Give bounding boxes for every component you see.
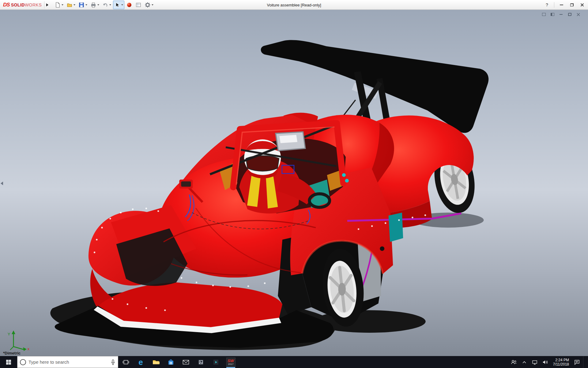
graphics-area[interactable]: Y x *Dimetric xyxy=(0,10,588,356)
file-explorer-icon xyxy=(152,359,160,366)
task-view-icon xyxy=(123,359,129,366)
featuremanager-collapse-arrow[interactable] xyxy=(0,179,4,187)
new-document-button[interactable] xyxy=(53,1,65,9)
dropdown-caret-icon xyxy=(62,4,63,6)
quick-toolbar xyxy=(53,1,155,9)
taskbar-search[interactable] xyxy=(17,356,118,368)
task-view-button[interactable] xyxy=(118,356,133,368)
triad-x-label: x xyxy=(28,347,30,351)
windshield xyxy=(276,132,305,151)
race-car-model[interactable] xyxy=(0,10,588,356)
open-button[interactable] xyxy=(65,1,77,9)
display-pane-toggle-button[interactable] xyxy=(549,12,556,17)
divider xyxy=(554,2,554,8)
start-button[interactable] xyxy=(0,356,17,368)
pane-icon xyxy=(542,13,546,16)
store-button[interactable] xyxy=(163,356,178,368)
tray-date: 7/11/2018 xyxy=(553,362,569,366)
minimize-icon xyxy=(560,5,563,5)
sheet-properties-button[interactable] xyxy=(134,1,143,9)
solidworks-app-icon: SW 2017 xyxy=(226,358,236,367)
menu-flyout-arrow[interactable] xyxy=(44,1,50,9)
titlebar: DS SOLIDWORKS xyxy=(0,0,588,10)
chevron-up-icon xyxy=(522,361,526,364)
dropdown-caret-icon xyxy=(97,4,99,6)
brand-name-bold: SOLID xyxy=(11,2,25,7)
select-tool-button[interactable] xyxy=(113,1,124,9)
desktop: DS SOLIDWORKS xyxy=(0,0,588,368)
help-button[interactable]: ? xyxy=(542,1,552,9)
dropdown-caret-icon xyxy=(152,4,153,6)
dropdown-caret-icon xyxy=(109,4,111,6)
dropdown-caret-icon xyxy=(121,4,123,6)
ds-logo-icon: DS xyxy=(3,2,10,8)
search-input[interactable] xyxy=(28,359,108,365)
new-document-icon xyxy=(55,2,61,8)
collapse-triangle-icon xyxy=(1,182,3,185)
view-orientation-label: *Dimetric xyxy=(3,351,21,355)
undo-button[interactable] xyxy=(101,1,112,9)
volume-button[interactable] xyxy=(541,356,549,368)
network-icon xyxy=(532,359,538,365)
select-cursor-icon xyxy=(114,2,120,8)
appearance-button[interactable] xyxy=(125,1,134,9)
close-button[interactable] xyxy=(578,1,587,9)
doc-restore-icon xyxy=(568,13,571,16)
speaker-icon xyxy=(542,359,548,365)
store-icon xyxy=(168,359,174,366)
document-window-controls xyxy=(541,12,581,17)
flyout-triangle-icon xyxy=(46,3,48,6)
pinned-apps: e xyxy=(118,356,238,368)
doc-close-icon xyxy=(577,13,580,16)
movies-tv-button[interactable] xyxy=(208,356,223,368)
tray-time: 2:24 PM xyxy=(555,358,569,362)
cortana-icon xyxy=(20,359,26,365)
windows-logo-icon xyxy=(6,359,11,365)
maximize-button[interactable] xyxy=(567,1,576,9)
undo-icon xyxy=(102,2,108,8)
appearance-sphere-icon xyxy=(126,2,132,8)
mail-button[interactable] xyxy=(178,356,193,368)
minimize-button[interactable] xyxy=(557,1,566,9)
edge-button[interactable]: e xyxy=(133,356,148,368)
window-controls: ? xyxy=(542,0,587,10)
photos-icon xyxy=(198,359,204,366)
photos-button[interactable] xyxy=(193,356,208,368)
people-button[interactable] xyxy=(510,356,518,368)
edge-icon: e xyxy=(138,358,143,366)
doc-minimize-icon xyxy=(560,14,563,15)
task-pane-toggle-button[interactable] xyxy=(541,12,547,17)
dropdown-caret-icon xyxy=(74,4,75,6)
print-button[interactable] xyxy=(89,1,100,9)
dropdown-caret-icon xyxy=(85,4,87,6)
brand-name-light: WORKS xyxy=(25,2,42,7)
solidworks-app-button[interactable]: SW 2017 xyxy=(223,356,238,368)
triad-y-label: Y xyxy=(8,332,10,336)
options-button[interactable] xyxy=(143,1,155,9)
microphone-icon[interactable] xyxy=(111,359,115,365)
open-folder-icon xyxy=(66,2,73,8)
system-tray: 2:24 PM 7/11/2018 xyxy=(510,356,588,368)
taskbar: e xyxy=(0,356,588,368)
close-icon xyxy=(580,3,584,7)
solidworks-logo: DS SOLIDWORKS xyxy=(0,2,44,8)
doc-minimize-button[interactable] xyxy=(558,12,564,17)
orientation-triad: Y x xyxy=(7,330,31,352)
print-icon xyxy=(90,2,96,8)
doc-close-button[interactable] xyxy=(575,12,581,17)
show-desktop-button[interactable] xyxy=(583,356,585,368)
taskbar-clock[interactable]: 2:24 PM 7/11/2018 xyxy=(551,358,571,366)
file-explorer-button[interactable] xyxy=(148,356,163,368)
restore-icon xyxy=(570,3,574,6)
save-button[interactable] xyxy=(77,1,89,9)
people-icon xyxy=(511,359,517,365)
doc-restore-button[interactable] xyxy=(567,12,573,17)
split-pane-icon xyxy=(551,13,554,16)
gear-icon xyxy=(145,2,151,8)
sheet-icon xyxy=(135,2,141,8)
network-button[interactable] xyxy=(530,356,539,368)
save-icon xyxy=(78,2,85,8)
hidden-icons-button[interactable] xyxy=(520,356,529,368)
action-center-button[interactable] xyxy=(573,356,581,368)
movies-tv-icon xyxy=(213,359,219,366)
